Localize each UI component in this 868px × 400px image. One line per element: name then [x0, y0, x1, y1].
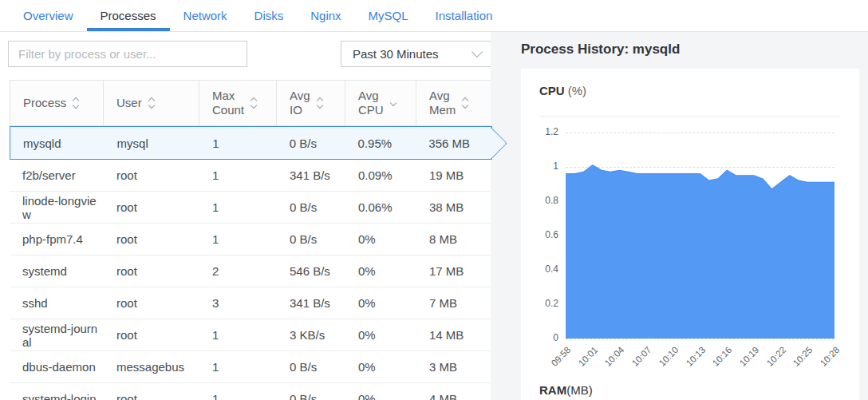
cell-process: f2b/server — [10, 168, 104, 182]
time-range-value: Past 30 Minutes — [353, 47, 473, 61]
column-label: User — [116, 96, 142, 110]
tab-mysql[interactable]: MySQL — [355, 0, 422, 31]
column-label: Max Count — [212, 89, 244, 117]
table-body: mysqldmysql10 B/s0.95%356 MBf2b/serverro… — [10, 126, 492, 400]
cell-avg-cpu: 0% — [345, 360, 416, 374]
cell-user: root — [104, 232, 199, 246]
processes-section: Past 30 Minutes Process User Max Count A… — [0, 32, 491, 400]
tab-overview[interactable]: Overview — [10, 0, 87, 31]
cell-process: dbus-daemon — [10, 360, 104, 374]
chevron-down-icon — [471, 46, 483, 57]
cell-avg-mem: 38 MB — [416, 200, 492, 214]
cell-avg-io: 0 B/s — [277, 360, 345, 374]
cell-max-count: 1 — [199, 137, 277, 150]
cell-process: sshd — [10, 296, 104, 310]
cell-max-count: 1 — [199, 328, 277, 342]
process-table: Process User Max Count Avg IO Avg CPU Av… — [10, 80, 492, 400]
cell-max-count: 1 — [199, 232, 277, 246]
x-axis-tick: 10:28 — [808, 345, 841, 378]
table-row[interactable]: linode-longviewroot10 B/s0.06%38 MB — [10, 192, 492, 224]
cell-max-count: 1 — [199, 200, 277, 214]
cell-avg-mem: 7 MB — [416, 296, 492, 310]
tab-disks[interactable]: Disks — [241, 0, 298, 31]
sort-icon — [251, 98, 256, 108]
x-axis-tick: 10:10 — [647, 345, 680, 378]
cell-avg-mem: 3 MB — [416, 360, 492, 374]
sort-icon — [73, 98, 78, 108]
cell-avg-mem: 19 MB — [416, 168, 492, 182]
cpu-label: CPU — [539, 84, 565, 97]
cell-max-count: 1 — [199, 168, 277, 182]
column-header-process[interactable]: Process — [10, 81, 104, 125]
tab-nginx[interactable]: Nginx — [297, 0, 354, 31]
ram-unit: (MB) — [566, 383, 593, 397]
cell-avg-io: 3 KB/s — [277, 328, 345, 342]
sort-icon — [149, 98, 154, 108]
table-row[interactable]: mysqldmysql10 B/s0.95%356 MB — [10, 126, 492, 160]
cell-avg-mem: 14 MB — [416, 328, 492, 342]
cpu-area-chart — [566, 117, 834, 339]
cell-user: messagebus — [104, 360, 199, 374]
cell-avg-cpu: 0.06% — [345, 200, 416, 214]
column-header-max-count[interactable]: Max Count — [199, 81, 277, 125]
table-row[interactable]: php-fpm7.4root10 B/s0%8 MB — [10, 224, 492, 255]
time-range-select[interactable]: Past 30 Minutes — [341, 41, 493, 67]
cpu-unit: (%) — [568, 84, 586, 97]
cell-user: root — [104, 264, 199, 278]
cell-process: mysqld — [10, 137, 105, 150]
cell-avg-mem: 8 MB — [416, 232, 492, 246]
y-axis-tick: 0 — [521, 332, 558, 343]
table-header: Process User Max Count Avg IO Avg CPU Av… — [10, 80, 492, 126]
column-header-avg-cpu[interactable]: Avg CPU — [345, 81, 416, 125]
cell-avg-io: 341 B/s — [277, 296, 345, 310]
ram-chart-title: RAM(MB) — [539, 383, 593, 397]
tab-network[interactable]: Network — [170, 0, 241, 31]
table-row[interactable]: dbus-daemonmessagebus10 B/s0%3 MB — [10, 351, 492, 383]
y-axis-tick: 1 — [521, 160, 558, 172]
history-card: CPU(%) RAM(MB) 1.210.80.60.40.2009:5810:… — [521, 69, 859, 400]
table-row[interactable]: systemd-journalroot13 KB/s0%14 MB — [10, 319, 492, 351]
cell-avg-cpu: 0.09% — [345, 168, 416, 182]
cell-process: linode-longview — [10, 194, 104, 221]
cell-avg-cpu: 0% — [345, 296, 416, 310]
cell-avg-io: 0 B/s — [277, 137, 345, 150]
tab-processes[interactable]: Processes — [87, 0, 170, 31]
tab-bar: OverviewProcessesNetworkDisksNginxMySQLI… — [0, 0, 868, 32]
sort-icon — [391, 101, 396, 105]
cell-avg-io: 0 B/s — [277, 232, 345, 246]
cell-process: systemd — [10, 264, 104, 278]
cell-avg-io: 0 B/s — [277, 392, 345, 400]
column-header-avg-mem[interactable]: Avg Mem — [416, 81, 492, 125]
table-row[interactable]: f2b/serverroot1341 B/s0.09%19 MB — [10, 160, 492, 192]
sort-icon — [318, 98, 322, 108]
cell-avg-io: 0 B/s — [277, 200, 345, 214]
ram-label: RAM — [539, 383, 566, 397]
cell-user: root — [104, 296, 199, 310]
panel-title: Process History: mysqld — [521, 42, 859, 57]
table-row[interactable]: sshdroot3341 B/s0%7 MB — [10, 287, 492, 319]
column-header-avg-io[interactable]: Avg IO — [277, 81, 345, 125]
cell-user: root — [104, 392, 199, 400]
cell-avg-cpu: 0% — [345, 232, 416, 246]
cell-process: php-fpm7.4 — [10, 232, 104, 246]
x-axis-tick: 10:19 — [728, 345, 760, 378]
y-axis-tick: 0.2 — [521, 298, 558, 309]
cell-user: root — [104, 328, 199, 342]
tab-installation[interactable]: Installation — [422, 0, 507, 31]
column-header-user[interactable]: User — [104, 81, 199, 125]
cell-process: systemd-journal — [10, 322, 104, 349]
cell-avg-io: 341 B/s — [277, 168, 345, 182]
column-label: Avg IO — [290, 89, 310, 117]
y-axis-tick: 1.2 — [521, 126, 558, 137]
cell-avg-cpu: 0% — [345, 264, 416, 278]
table-row[interactable]: systemd-loginroot10 B/s0%4 MB — [10, 383, 492, 400]
table-row[interactable]: systemdroot2546 B/s0%17 MB — [10, 255, 492, 287]
cell-user: root — [104, 200, 199, 214]
cell-user: root — [104, 168, 199, 182]
cell-avg-cpu: 0% — [345, 392, 416, 400]
main-content: Past 30 Minutes Process User Max Count A… — [0, 32, 868, 400]
cell-max-count: 1 — [199, 392, 277, 400]
y-axis-tick: 0.6 — [521, 229, 558, 240]
column-label: Avg CPU — [358, 89, 384, 117]
filter-input[interactable] — [8, 41, 247, 67]
